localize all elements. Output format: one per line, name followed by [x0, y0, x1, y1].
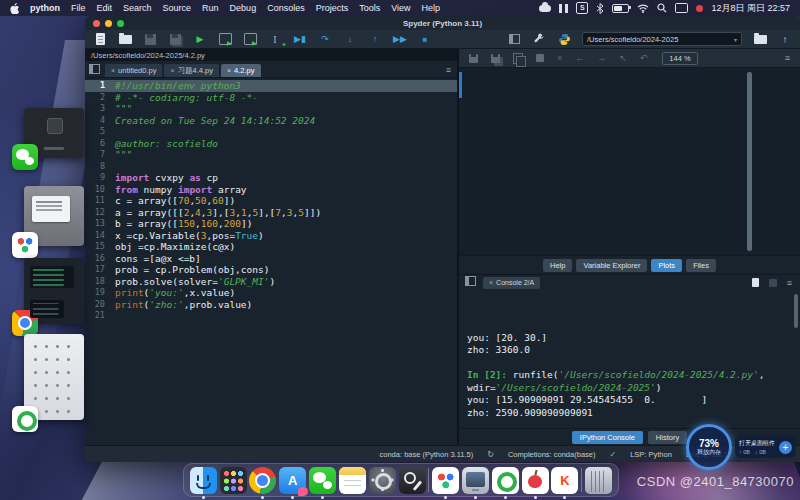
debug-file-button[interactable]: ▶▮: [293, 32, 307, 46]
console-options-icon[interactable]: ≡: [783, 278, 796, 288]
green-ring-app-icon[interactable]: [492, 467, 519, 494]
close-console-icon[interactable]: ×: [489, 279, 493, 286]
remove-plot-icon[interactable]: [536, 54, 544, 62]
editor-tab[interactable]: ×untitled0.py: [105, 64, 162, 77]
wifi-icon[interactable]: [637, 4, 649, 13]
editor-tab[interactable]: ×习题4.4.py: [164, 64, 219, 77]
zoom-in-icon[interactable]: ↖: [619, 53, 627, 63]
memory-gauge[interactable]: 73% 释放内存: [686, 424, 732, 470]
window-preview-ide[interactable]: [24, 258, 84, 324]
menu-item-edit[interactable]: Edit: [97, 3, 113, 13]
title-bar[interactable]: Spyder (Python 3.11): [85, 16, 800, 30]
close-tab-icon[interactable]: ×: [111, 67, 115, 74]
window-preview-grid[interactable]: [24, 334, 84, 420]
code-editor[interactable]: 1#!/usr/bin/env python32# -*- codiarng: …: [85, 78, 457, 445]
apple-menu-icon[interactable]: [10, 3, 19, 14]
editor-tab[interactable]: ×4.2.py: [221, 64, 261, 77]
trash-icon[interactable]: [585, 467, 612, 494]
run-file-button[interactable]: ▶: [193, 32, 207, 46]
save-all-plots-icon[interactable]: [491, 54, 500, 63]
next-plot-icon[interactable]: →: [597, 53, 606, 63]
menu-item-consoles[interactable]: Consoles: [267, 3, 305, 13]
console-tab[interactable]: × Console 2/A: [483, 277, 540, 289]
menu-item-file[interactable]: File: [71, 3, 86, 13]
panel-tab-help[interactable]: Help: [543, 259, 572, 272]
display-icon[interactable]: [675, 3, 688, 13]
menu-item-source[interactable]: Source: [163, 3, 192, 13]
plot-zoom-level[interactable]: 144 %: [662, 52, 697, 65]
parent-directory-button[interactable]: ↑: [778, 32, 792, 46]
panel-tab-files[interactable]: Files: [686, 259, 716, 272]
remove-all-plots-icon[interactable]: ×: [557, 53, 562, 63]
menu-item-run[interactable]: Run: [202, 3, 219, 13]
video-app-icon[interactable]: K: [551, 467, 578, 494]
apps-circle-icon[interactable]: [12, 232, 38, 258]
green-ring-icon[interactable]: [12, 406, 38, 432]
plots-canvas[interactable]: [459, 68, 800, 255]
battery-icon[interactable]: [612, 4, 629, 13]
add-widget-button[interactable]: +: [779, 441, 792, 454]
undo-zoom-icon[interactable]: ↶: [640, 53, 648, 63]
save-button[interactable]: [143, 32, 157, 46]
menu-item-help[interactable]: Help: [422, 3, 441, 13]
bluetooth-icon[interactable]: [596, 3, 604, 14]
recording-dot-icon[interactable]: [696, 5, 703, 12]
new-file-button[interactable]: [93, 32, 107, 46]
chrome-icon[interactable]: [12, 310, 38, 336]
maximize-pane-icon[interactable]: [507, 32, 521, 46]
console-bottom-tab[interactable]: IPython Console: [572, 431, 643, 444]
step-over-button[interactable]: ↷: [318, 32, 332, 46]
stop-debug-button[interactable]: ■: [418, 32, 432, 46]
menu-item-projects[interactable]: Projects: [316, 3, 349, 13]
copy-plot-icon[interactable]: [513, 53, 523, 64]
launchpad-icon[interactable]: [220, 467, 247, 494]
window-preview-dialog[interactable]: [24, 186, 84, 246]
red-fruit-app-icon[interactable]: [522, 467, 549, 494]
continue-button[interactable]: ▶▶: [393, 32, 407, 46]
panel-tab-variable-explorer[interactable]: Variable Explorer: [576, 259, 647, 272]
close-tab-icon[interactable]: ×: [227, 67, 231, 74]
save-plot-icon[interactable]: [469, 54, 478, 63]
ipython-console[interactable]: you: [20. 30.]zho: 3360.0 In [2]: runfil…: [459, 290, 800, 428]
translate-app-icon[interactable]: A: [279, 467, 306, 494]
search-icon[interactable]: [657, 3, 667, 13]
finder-icon[interactable]: [190, 467, 217, 494]
notes-icon[interactable]: [339, 467, 366, 494]
system-settings-icon[interactable]: [369, 467, 396, 494]
working-directory-combo[interactable]: /Users/scofieldo/2024-2025 ▾: [582, 32, 742, 46]
preferences-wrench-icon[interactable]: [532, 32, 546, 46]
menu-item-tools[interactable]: Tools: [359, 3, 380, 13]
browse-directory-button[interactable]: [753, 32, 767, 46]
console-bottom-tab[interactable]: History: [648, 431, 687, 444]
open-file-button[interactable]: [118, 32, 132, 46]
input-source-s-icon[interactable]: S: [576, 2, 588, 14]
console-scrollbar[interactable]: [794, 294, 798, 328]
browse-console-tabs-icon[interactable]: [465, 276, 476, 286]
plots-options-icon[interactable]: ≡: [785, 53, 790, 63]
run-selection-button[interactable]: I: [268, 32, 282, 46]
editor-options-icon[interactable]: ≡: [446, 65, 451, 75]
plots-scrollbar[interactable]: [747, 72, 752, 251]
window-bars-icon[interactable]: [559, 4, 568, 13]
close-tab-icon[interactable]: ×: [170, 67, 174, 74]
interrupt-kernel-icon[interactable]: [766, 279, 779, 287]
menu-clock[interactable]: 12月8日 周日 22:57: [711, 2, 790, 15]
panel-tab-plots[interactable]: Plots: [651, 259, 682, 272]
save-all-button[interactable]: [168, 32, 182, 46]
step-into-button[interactable]: ↓: [343, 32, 357, 46]
new-console-icon[interactable]: [749, 278, 762, 287]
remote-desktop-icon[interactable]: [462, 467, 489, 494]
cloud-drive-icon[interactable]: [432, 467, 459, 494]
menu-item-view[interactable]: View: [391, 3, 410, 13]
menu-item-search[interactable]: Search: [123, 3, 152, 13]
browse-tabs-icon[interactable]: [89, 64, 100, 74]
menu-item-debug[interactable]: Debug: [230, 3, 257, 13]
window-preview-dark-app[interactable]: [24, 108, 84, 158]
previous-plot-icon[interactable]: ←: [575, 53, 584, 63]
wechat-icon[interactable]: [12, 144, 38, 170]
keychain-icon[interactable]: [399, 467, 426, 494]
step-out-button[interactable]: ↑: [368, 32, 382, 46]
run-cell-button[interactable]: [218, 32, 232, 46]
chrome-icon[interactable]: [249, 467, 276, 494]
active-app-menu[interactable]: python: [30, 3, 60, 13]
